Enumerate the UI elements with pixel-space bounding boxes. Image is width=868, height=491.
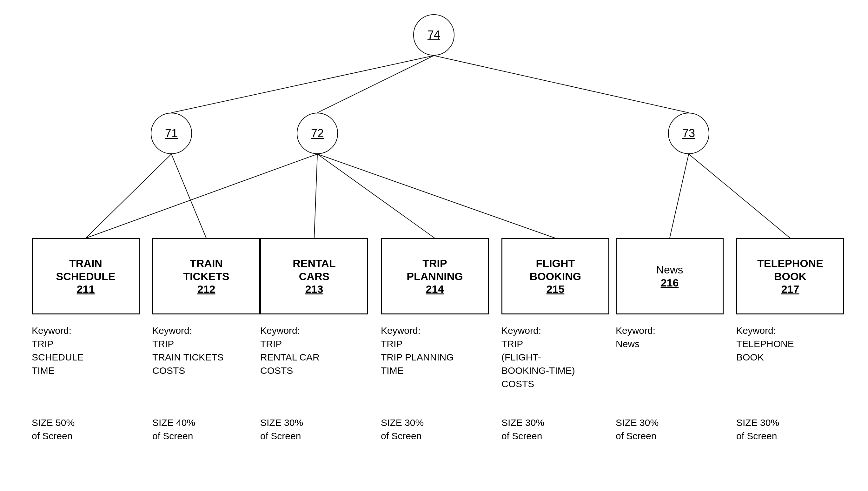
svg-line-4 [172,154,206,238]
rect-211: TRAINSCHEDULE 211 [32,238,140,314]
keyword-214: Keyword:TRIPTRIP PLANNINGTIME [381,324,454,377]
size-215: SIZE 30%of Screen [501,416,544,443]
rect-212: TRAINTICKETS 212 [152,238,260,314]
size-217: SIZE 30%of Screen [736,416,779,443]
diagram-container: 74 71 72 73 TRAINSCHEDULE 211 TRAINTICKE… [0,0,868,491]
svg-line-8 [317,154,555,238]
rect-216-label: News [656,263,683,276]
svg-line-1 [317,56,434,113]
keyword-216: Keyword:News [616,324,655,351]
svg-line-0 [172,56,434,113]
keyword-212: Keyword:TRIPTRAIN TICKETSCOSTS [152,324,223,377]
rect-211-label: TRAINSCHEDULE [56,257,115,283]
rect-214-label: TRIPPLANNING [407,257,463,283]
node-71-label: 71 [165,127,178,140]
node-73: 73 [668,113,709,154]
rect-216: News 216 [616,238,723,314]
svg-line-7 [317,154,435,238]
svg-line-10 [689,154,790,238]
rect-217-label: TELEPHONEBOOK [757,257,823,283]
keyword-217: Keyword:TELEPHONEBOOK [736,324,794,364]
keyword-215: Keyword:TRIP(FLIGHT-BOOKING-TIME)COSTS [501,324,575,391]
rect-216-id: 216 [656,276,683,289]
node-71: 71 [151,113,192,154]
size-213: SIZE 30%of Screen [260,416,303,443]
rect-217-id: 217 [757,283,823,296]
svg-line-3 [86,154,172,238]
svg-line-5 [86,154,317,238]
rect-215: FLIGHTBOOKING 215 [501,238,609,314]
node-74-label: 74 [428,28,440,41]
node-74: 74 [413,14,455,56]
node-72-label: 72 [311,127,324,140]
rect-217: TELEPHONEBOOK 217 [736,238,844,314]
rect-213: RENTALCARS 213 [260,238,368,314]
keyword-211: Keyword:TRIPSCHEDULETIME [32,324,84,377]
size-216: SIZE 30%of Screen [616,416,658,443]
rect-213-id: 213 [292,283,336,296]
node-73-label: 73 [682,127,695,140]
size-214: SIZE 30%of Screen [381,416,424,443]
rect-212-label: TRAINTICKETS [183,257,229,283]
size-212: SIZE 40%of Screen [152,416,195,443]
svg-line-9 [670,154,689,238]
size-211: SIZE 50%of Screen [32,416,74,443]
rect-213-label: RENTALCARS [292,257,336,283]
rect-214-id: 214 [407,283,463,296]
rect-215-id: 215 [530,283,581,296]
rect-215-label: FLIGHTBOOKING [530,257,581,283]
rect-214: TRIPPLANNING 214 [381,238,489,314]
node-72: 72 [297,113,338,154]
keyword-213: Keyword:TRIPRENTAL CARCOSTS [260,324,319,377]
svg-line-6 [314,154,317,238]
svg-line-2 [434,56,689,113]
rect-212-id: 212 [183,283,229,296]
rect-211-id: 211 [56,283,115,296]
